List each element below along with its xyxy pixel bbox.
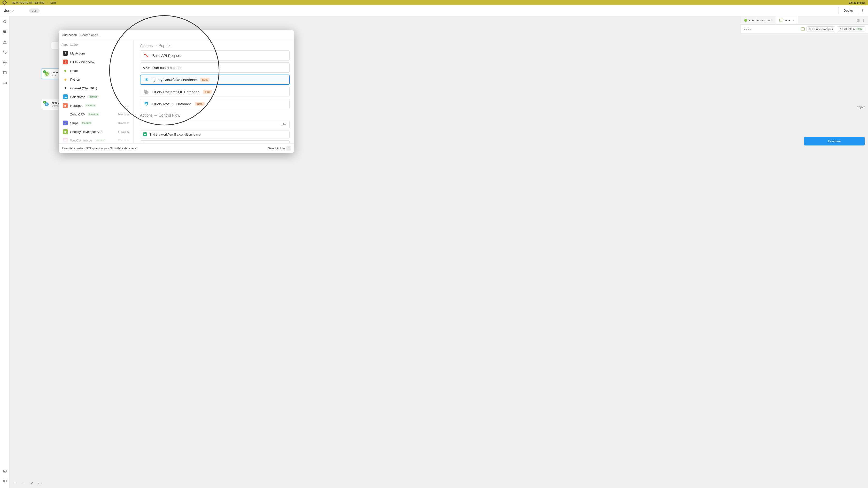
fade bbox=[59, 136, 133, 143]
edit-ai-button[interactable]: ✦Edit with AIBeta bbox=[837, 26, 865, 31]
app-icon: ☁ bbox=[63, 94, 68, 99]
plus-icon[interactable]: + bbox=[13, 481, 17, 485]
app-row[interactable]: SStripePremium48 Actions bbox=[61, 119, 131, 127]
keyboard-icon[interactable] bbox=[3, 81, 7, 85]
app-icon: ⬢ bbox=[63, 68, 68, 73]
action-item[interactable]: ...let bbox=[140, 120, 290, 128]
terminal-icon[interactable] bbox=[3, 469, 7, 473]
app-row[interactable]: ◉Shopify Developer App37 Actions bbox=[61, 127, 131, 136]
sparkle-icon: ✦ bbox=[839, 27, 841, 31]
search-icon[interactable] bbox=[3, 20, 7, 24]
app-row[interactable]: ◍Python bbox=[61, 75, 131, 84]
svg-rect-4 bbox=[3, 470, 6, 472]
chevron-right-icon: › bbox=[9, 1, 9, 4]
modal-body: Apps 2,100+ PMy Actions∿HTTP / Webhook⬢N… bbox=[59, 40, 294, 143]
api-icon bbox=[144, 53, 149, 58]
action-label: Query PostgreSQL Database bbox=[152, 90, 199, 94]
app-row[interactable]: ▦Zoho CRMPremium14 Actions bbox=[61, 110, 131, 119]
action-count: 48 Actions bbox=[118, 122, 129, 124]
action-item[interactable]: </>Run custom code bbox=[140, 62, 290, 73]
rail-bottom bbox=[3, 469, 7, 483]
app-row[interactable]: ☁SalesforcePremium bbox=[61, 93, 131, 101]
fit-icon[interactable]: ⤢ bbox=[30, 481, 33, 485]
action-label: ...let bbox=[280, 123, 286, 126]
layout-icon[interactable]: ▯▯ bbox=[857, 19, 860, 22]
action-picker-modal: Add action Apps 2,100+ PMy Actions∿HTTP … bbox=[59, 30, 294, 153]
svg-point-0 bbox=[3, 20, 6, 23]
app-row[interactable]: ✦OpenAI (ChatGPT) bbox=[61, 84, 131, 93]
kebab-menu-icon[interactable] bbox=[862, 7, 864, 13]
section-label: Actions bbox=[140, 43, 153, 48]
close-icon[interactable]: × bbox=[793, 19, 795, 22]
action-item[interactable]: ⏹End the workflow if a condition is met bbox=[140, 130, 290, 138]
action-label: Build API Request bbox=[152, 54, 182, 58]
panel-tools: ▯▯ ⋮ bbox=[857, 19, 868, 22]
app-icon: S bbox=[63, 121, 68, 125]
app-name: Stripe bbox=[70, 121, 79, 125]
window-icon[interactable] bbox=[3, 71, 7, 74]
breadcrumb-2[interactable]: EDIT bbox=[51, 1, 56, 4]
minus-icon[interactable]: − bbox=[21, 481, 25, 485]
hex-icon[interactable] bbox=[801, 27, 805, 31]
beta-badge: Beta bbox=[203, 90, 212, 94]
map-icon[interactable]: ▭ bbox=[38, 481, 42, 485]
exit-link[interactable]: Exit to project bbox=[849, 1, 865, 4]
history-icon[interactable] bbox=[3, 51, 7, 54]
app-row[interactable]: ⬢Node bbox=[61, 66, 131, 75]
action-label: Query Snowflake Database bbox=[153, 78, 197, 82]
app-name: Shopify Developer App bbox=[70, 130, 102, 134]
chat-icon[interactable] bbox=[3, 30, 7, 34]
action-item[interactable]: 🐘Query PostgreSQL DatabaseBeta bbox=[140, 87, 290, 97]
add-action-label: Add action bbox=[62, 33, 77, 37]
header-right: Deploy bbox=[838, 7, 864, 14]
premium-badge: Premium bbox=[81, 122, 92, 124]
section-popular: Actions→Popular bbox=[140, 43, 290, 48]
tab-code[interactable]: code × bbox=[776, 16, 798, 25]
premium-badge: Premium bbox=[85, 104, 96, 107]
action-item[interactable]: ❄Query Snowflake DatabaseBeta bbox=[140, 74, 290, 85]
chevron-right-icon: › bbox=[47, 1, 48, 4]
app-name: Salesforce bbox=[70, 95, 85, 99]
footer-desc: Execute a custom SQL query in your Snowf… bbox=[62, 147, 136, 150]
warning-icon[interactable] bbox=[3, 40, 7, 44]
tab-execute[interactable]: execute_raw_qu... bbox=[741, 16, 776, 25]
beta-badge: Beta bbox=[195, 102, 205, 106]
canvas-controls: + − ⤢ ▭ bbox=[13, 481, 42, 485]
app-name: Python bbox=[70, 78, 80, 82]
breadcrumb-1[interactable]: NEW ROUND OF TESTING bbox=[12, 1, 45, 4]
search-input[interactable] bbox=[80, 33, 290, 37]
app-list[interactable]: Apps 2,100+ PMy Actions∿HTTP / Webhook⬢N… bbox=[59, 40, 134, 143]
actions-pane[interactable]: Actions→Popular Build API Request</>Run … bbox=[134, 40, 294, 143]
page-title: demo bbox=[4, 8, 13, 13]
app-icon: ◉ bbox=[63, 129, 68, 134]
code-examples-button[interactable]: </>Code examples bbox=[806, 26, 835, 31]
action-count: 37 Actions bbox=[118, 130, 129, 133]
action-item[interactable]: 🐬Query MySQL DatabaseBeta bbox=[140, 99, 290, 109]
topbar-left: › NEW ROUND OF TESTING › EDIT bbox=[3, 1, 56, 4]
app-icon: P bbox=[63, 51, 68, 56]
tab-label: code bbox=[784, 19, 790, 22]
enter-key-icon: ↵ bbox=[286, 146, 290, 151]
app-icon: ▦ bbox=[63, 112, 68, 117]
gear-icon[interactable] bbox=[3, 61, 7, 64]
node-status-icon: ✓❄ bbox=[44, 101, 50, 107]
pg-icon: 🐘 bbox=[144, 89, 149, 94]
app-row[interactable]: ◉HubSpotPremium2 ... bbox=[61, 101, 131, 110]
premium-badge: Premium bbox=[88, 113, 99, 116]
left-rail bbox=[0, 16, 10, 488]
hex-icon bbox=[779, 19, 782, 22]
action-item[interactable]: Build API Request bbox=[140, 51, 290, 61]
hex-icon bbox=[744, 19, 747, 22]
app-row[interactable]: ∿HTTP / Webhook bbox=[61, 58, 131, 66]
deploy-button[interactable]: Deploy bbox=[838, 7, 859, 14]
app-row[interactable]: PMy Actions bbox=[61, 49, 131, 58]
book-icon[interactable] bbox=[3, 479, 7, 483]
right-panel-tabs: execute_raw_qu... code × ▯▯ ⋮ bbox=[741, 16, 868, 25]
action-item[interactable]: Return an HTTP response bbox=[140, 140, 290, 143]
header: demo Draft Deploy bbox=[0, 5, 868, 16]
more-icon[interactable]: ⋮ bbox=[862, 19, 865, 22]
app-icon: ◍ bbox=[63, 77, 68, 82]
modal-header: Add action bbox=[59, 30, 294, 40]
continue-button[interactable]: Continue bbox=[804, 137, 865, 145]
logo-icon[interactable] bbox=[2, 0, 7, 5]
